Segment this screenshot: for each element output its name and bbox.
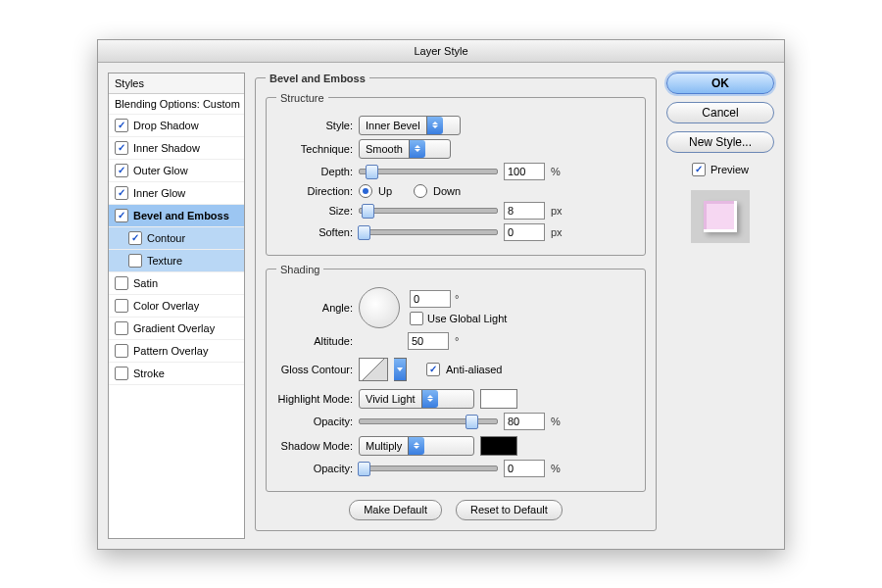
new-style-button[interactable]: New Style...	[666, 131, 774, 153]
technique-value: Smooth	[366, 143, 403, 155]
style-item-pattern-overlay[interactable]: Pattern Overlay	[109, 340, 244, 363]
style-item-outer-glow[interactable]: Outer Glow	[109, 160, 244, 182]
style-checkbox[interactable]	[115, 367, 128, 380]
style-checkbox[interactable]	[115, 321, 128, 335]
dialog-title: Layer Style	[98, 40, 784, 63]
altitude-input[interactable]: 50	[408, 332, 449, 350]
style-label: Style:	[276, 120, 353, 131]
effect-settings: Bevel and Emboss Structure Style: Inner …	[255, 73, 657, 539]
style-item-label: Satin	[133, 277, 158, 289]
style-checkbox[interactable]	[115, 186, 128, 200]
soften-slider[interactable]	[359, 229, 498, 235]
style-item-stroke[interactable]: Stroke	[109, 363, 244, 385]
highlight-opacity-input[interactable]: 80	[504, 413, 545, 430]
highlight-mode-value: Vivid Light	[366, 393, 416, 405]
style-item-label: Contour	[147, 232, 185, 244]
angle-unit: °	[455, 293, 459, 305]
style-checkbox[interactable]	[115, 299, 128, 313]
style-item-texture[interactable]: Texture	[109, 250, 244, 272]
direction-down-label: Down	[433, 185, 461, 197]
preview-checkbox[interactable]	[692, 163, 706, 176]
depth-unit: %	[551, 166, 561, 177]
antialiased-checkbox[interactable]	[426, 363, 440, 376]
dropdown-arrow-icon	[421, 390, 438, 408]
style-value: Inner Bevel	[366, 120, 420, 131]
angle-input[interactable]: 0	[410, 290, 451, 308]
style-checkbox[interactable]	[115, 276, 128, 290]
depth-input[interactable]: 100	[504, 163, 545, 180]
technique-select[interactable]: Smooth	[359, 139, 451, 159]
size-slider[interactable]	[359, 208, 498, 214]
highlight-opacity-slider[interactable]	[359, 418, 498, 424]
style-item-label: Outer Glow	[133, 165, 188, 176]
style-checkbox[interactable]	[115, 119, 128, 132]
shadow-mode-select[interactable]: Multiply	[359, 436, 474, 456]
global-light-checkbox[interactable]	[410, 312, 423, 325]
style-item-satin[interactable]: Satin	[109, 272, 244, 295]
shading-legend: Shading	[276, 264, 323, 275]
size-unit: px	[551, 205, 563, 217]
gloss-contour-caret-icon[interactable]	[394, 358, 407, 381]
style-item-label: Gradient Overlay	[133, 322, 215, 334]
depth-slider[interactable]	[359, 169, 498, 174]
style-checkbox[interactable]	[115, 344, 128, 358]
global-light-label: Use Global Light	[427, 313, 507, 324]
antialiased-label: Anti-aliased	[446, 364, 502, 375]
bevel-emboss-group: Bevel and Emboss Structure Style: Inner …	[255, 73, 657, 531]
style-item-label: Bevel and Emboss	[133, 210, 229, 221]
style-select[interactable]: Inner Bevel	[359, 116, 461, 135]
reset-default-button[interactable]: Reset to Default	[456, 500, 563, 520]
make-default-button[interactable]: Make Default	[349, 500, 442, 520]
panel-title: Bevel and Emboss	[266, 73, 369, 84]
altitude-label: Altitude:	[276, 335, 353, 347]
style-checkbox[interactable]	[128, 231, 142, 245]
shadow-opacity-label: Opacity:	[276, 463, 353, 474]
highlight-color-swatch[interactable]	[480, 389, 517, 409]
dialog-body: Styles Blending Options: Custom Drop Sha…	[98, 63, 784, 549]
direction-label: Direction:	[276, 185, 353, 197]
style-checkbox[interactable]	[128, 254, 142, 268]
size-label: Size:	[276, 205, 353, 217]
style-checkbox[interactable]	[115, 209, 128, 222]
dialog-buttons: OK Cancel New Style... Preview	[666, 73, 774, 539]
preview-thumbnail	[691, 190, 750, 243]
soften-unit: px	[551, 226, 563, 238]
shadow-opacity-input[interactable]: 0	[504, 460, 545, 477]
shadow-mode-value: Multiply	[366, 440, 402, 452]
cancel-button[interactable]: Cancel	[666, 102, 774, 123]
style-item-inner-glow[interactable]: Inner Glow	[109, 182, 244, 205]
style-item-color-overlay[interactable]: Color Overlay	[109, 295, 244, 318]
ok-button[interactable]: OK	[666, 73, 774, 94]
style-item-drop-shadow[interactable]: Drop Shadow	[109, 115, 244, 137]
preview-thumbnail-inner	[704, 201, 737, 232]
blending-options-label: Blending Options: Custom	[115, 98, 240, 110]
style-item-label: Inner Shadow	[133, 142, 200, 154]
style-item-label: Stroke	[133, 368, 165, 379]
style-item-gradient-overlay[interactable]: Gradient Overlay	[109, 318, 244, 340]
style-item-bevel-and-emboss[interactable]: Bevel and Emboss	[109, 205, 244, 227]
dropdown-arrow-icon	[426, 117, 443, 134]
style-item-inner-shadow[interactable]: Inner Shadow	[109, 137, 244, 160]
highlight-opacity-label: Opacity:	[276, 416, 353, 427]
style-item-label: Inner Glow	[133, 187, 185, 199]
gloss-contour-picker[interactable]	[359, 358, 388, 381]
highlight-mode-label: Highlight Mode:	[276, 393, 353, 405]
blending-options-item[interactable]: Blending Options: Custom	[109, 94, 244, 115]
highlight-mode-select[interactable]: Vivid Light	[359, 389, 474, 409]
style-checkbox[interactable]	[115, 141, 128, 155]
structure-group: Structure Style: Inner Bevel Technique: …	[266, 92, 646, 256]
style-item-label: Drop Shadow	[133, 120, 199, 131]
soften-input[interactable]: 0	[504, 223, 545, 241]
shadow-opacity-slider[interactable]	[359, 466, 498, 471]
styles-header[interactable]: Styles	[109, 74, 244, 94]
shadow-color-swatch[interactable]	[480, 436, 517, 456]
direction-up-radio[interactable]	[359, 184, 372, 198]
style-checkbox[interactable]	[115, 164, 128, 177]
technique-label: Technique:	[276, 143, 353, 155]
style-item-contour[interactable]: Contour	[109, 227, 244, 250]
style-item-label: Texture	[147, 255, 182, 267]
size-input[interactable]: 8	[504, 202, 545, 220]
direction-down-radio[interactable]	[414, 184, 427, 198]
angle-wheel[interactable]	[359, 287, 400, 328]
soften-label: Soften:	[276, 226, 353, 238]
